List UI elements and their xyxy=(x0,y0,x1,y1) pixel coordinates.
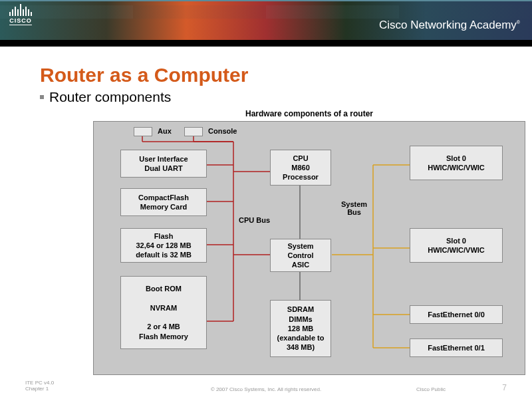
diagram-title: Hardware components of a router xyxy=(93,109,525,118)
header-pattern xyxy=(0,5,532,19)
aux-port xyxy=(134,127,152,136)
academy-title: Cisco Networking Academy® xyxy=(379,19,520,32)
console-label: Console xyxy=(208,127,237,135)
trademark-icon: ® xyxy=(517,20,520,25)
box-cpu: CPU M860 Processor xyxy=(270,150,331,186)
box-asic: System Control ASIC xyxy=(270,239,331,272)
console-port xyxy=(184,127,203,136)
diagram-container: Hardware components of a router xyxy=(93,109,525,375)
cpu-bus-label: CPU Bus xyxy=(239,216,270,224)
bullet-row: Router components xyxy=(40,89,507,105)
academy-text: Cisco Networking Academy xyxy=(379,19,517,31)
cisco-logo-bars-icon xyxy=(9,3,32,16)
header-accent-strip xyxy=(0,0,532,1)
slide-subtitle: Router components xyxy=(49,89,171,105)
cisco-logo-text: CISCO xyxy=(9,17,32,25)
footer-page-number: 7 xyxy=(502,383,507,392)
box-sdram: SDRAM DIMMs 128 MB (exandable to 348 MB) xyxy=(270,300,331,357)
box-bootrom-nvram: Boot ROM NVRAM 2 or 4 MB Flash Memory xyxy=(120,276,207,349)
box-fastethernet-01: FastEthernet 0/1 xyxy=(410,338,503,357)
cisco-logo: CISCO xyxy=(9,3,32,25)
footer-copyright: © 2007 Cisco Systems, Inc. All rights re… xyxy=(0,386,532,392)
aux-label: Aux xyxy=(158,127,172,135)
box-compactflash: CompactFlash Memory Card xyxy=(120,188,207,216)
box-user-interface: User Interface Dual UART xyxy=(120,150,207,178)
box-slot0-a: Slot 0 HWIC/WIC/VWIC xyxy=(410,146,503,180)
box-slot0-b: Slot 0 HWIC/WIC/VWIC xyxy=(410,228,503,263)
system-bus-label: System Bus xyxy=(341,200,367,216)
header-banner: CISCO Cisco Networking Academy® xyxy=(0,0,532,40)
router-hardware-diagram: Aux Console User Interface Dual UART Com… xyxy=(93,121,525,375)
footer-course: ITE PC v4.0 xyxy=(25,380,54,386)
slide-title: Router as a Computer xyxy=(40,64,507,86)
slide-header: CISCO Cisco Networking Academy® xyxy=(0,0,532,47)
bullet-square-icon xyxy=(40,95,44,99)
content-area: Router as a Computer Router components H… xyxy=(0,47,532,375)
box-fastethernet-00: FastEthernet 0/0 xyxy=(410,305,503,324)
footer-classification: Cisco Public xyxy=(416,386,446,392)
box-flash: Flash 32,64 or 128 MB default is 32 MB xyxy=(120,228,207,263)
header-black-bar xyxy=(0,40,532,47)
